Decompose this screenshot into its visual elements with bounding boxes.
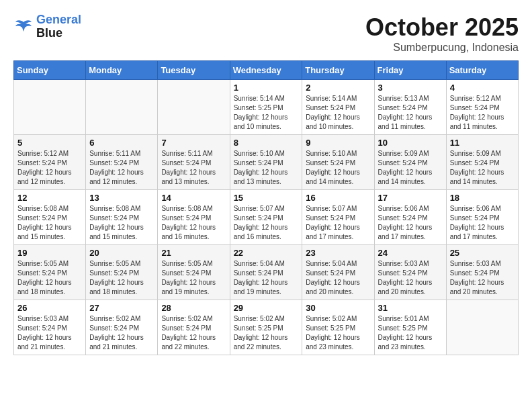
day-info: Sunrise: 5:08 AM Sunset: 5:24 PM Dayligh… [89,204,154,242]
calendar-week-row: 5Sunrise: 5:12 AM Sunset: 5:24 PM Daylig… [14,135,519,190]
day-info: Sunrise: 5:01 AM Sunset: 5:25 PM Dayligh… [378,314,443,352]
calendar-cell: 19Sunrise: 5:05 AM Sunset: 5:24 PM Dayli… [14,245,86,300]
day-info: Sunrise: 5:09 AM Sunset: 5:24 PM Dayligh… [378,149,443,187]
location-subtitle: Sumberpucung, Indonesia [365,42,519,54]
day-info: Sunrise: 5:14 AM Sunset: 5:24 PM Dayligh… [306,94,370,132]
weekday-header: Sunday [14,61,86,80]
calendar-cell: 15Sunrise: 5:07 AM Sunset: 5:24 PM Dayli… [230,190,302,245]
day-info: Sunrise: 5:05 AM Sunset: 5:24 PM Dayligh… [17,259,82,297]
day-number: 13 [89,193,154,203]
month-title: October 2025 [365,13,519,42]
weekday-header: Wednesday [230,61,302,80]
day-info: Sunrise: 5:06 AM Sunset: 5:24 PM Dayligh… [378,204,443,242]
calendar-cell: 1Sunrise: 5:14 AM Sunset: 5:25 PM Daylig… [230,80,302,135]
day-info: Sunrise: 5:05 AM Sunset: 5:24 PM Dayligh… [89,259,154,297]
day-number: 20 [89,248,154,258]
calendar-cell [86,80,158,135]
calendar-cell: 10Sunrise: 5:09 AM Sunset: 5:24 PM Dayli… [374,135,446,190]
day-info: Sunrise: 5:03 AM Sunset: 5:24 PM Dayligh… [17,314,82,352]
calendar-week-row: 19Sunrise: 5:05 AM Sunset: 5:24 PM Dayli… [14,245,519,300]
day-number: 23 [306,248,370,258]
day-info: Sunrise: 5:04 AM Sunset: 5:24 PM Dayligh… [234,259,299,297]
day-number: 28 [161,303,226,313]
day-number: 22 [234,248,299,258]
calendar-cell: 14Sunrise: 5:08 AM Sunset: 5:24 PM Dayli… [158,190,230,245]
calendar-cell: 5Sunrise: 5:12 AM Sunset: 5:24 PM Daylig… [14,135,86,190]
page-header: General Blue October 2025 Sumberpucung, … [13,13,519,54]
calendar-cell [14,80,86,135]
day-number: 27 [89,303,154,313]
day-number: 9 [306,138,370,148]
day-info: Sunrise: 5:02 AM Sunset: 5:25 PM Dayligh… [306,314,370,352]
day-info: Sunrise: 5:02 AM Sunset: 5:25 PM Dayligh… [234,314,299,352]
logo-text: General Blue [36,13,81,40]
calendar-cell: 8Sunrise: 5:10 AM Sunset: 5:24 PM Daylig… [230,135,302,190]
logo-icon [13,17,34,37]
day-info: Sunrise: 5:12 AM Sunset: 5:24 PM Dayligh… [450,94,515,132]
day-number: 16 [306,193,370,203]
day-number: 21 [161,248,226,258]
day-info: Sunrise: 5:10 AM Sunset: 5:24 PM Dayligh… [306,149,370,187]
day-number: 29 [234,303,299,313]
calendar-cell: 22Sunrise: 5:04 AM Sunset: 5:24 PM Dayli… [230,245,302,300]
day-info: Sunrise: 5:07 AM Sunset: 5:24 PM Dayligh… [234,204,299,242]
weekday-header: Saturday [446,61,518,80]
day-number: 11 [450,138,515,148]
day-info: Sunrise: 5:13 AM Sunset: 5:24 PM Dayligh… [378,94,443,132]
title-block: October 2025 Sumberpucung, Indonesia [365,13,519,54]
calendar-cell: 23Sunrise: 5:04 AM Sunset: 5:24 PM Dayli… [302,245,374,300]
calendar-cell: 17Sunrise: 5:06 AM Sunset: 5:24 PM Dayli… [374,190,446,245]
day-number: 19 [17,248,82,258]
calendar-cell: 24Sunrise: 5:03 AM Sunset: 5:24 PM Dayli… [374,245,446,300]
calendar-cell: 27Sunrise: 5:02 AM Sunset: 5:24 PM Dayli… [86,300,158,355]
calendar-cell: 16Sunrise: 5:07 AM Sunset: 5:24 PM Dayli… [302,190,374,245]
day-number: 2 [306,83,370,93]
calendar-cell [158,80,230,135]
calendar-cell: 28Sunrise: 5:02 AM Sunset: 5:24 PM Dayli… [158,300,230,355]
calendar-cell [446,300,518,355]
weekday-header-row: SundayMondayTuesdayWednesdayThursdayFrid… [14,61,519,80]
day-number: 3 [378,83,443,93]
day-number: 10 [378,138,443,148]
day-info: Sunrise: 5:03 AM Sunset: 5:24 PM Dayligh… [450,259,515,297]
weekday-header: Tuesday [158,61,230,80]
day-info: Sunrise: 5:09 AM Sunset: 5:24 PM Dayligh… [450,149,515,187]
day-info: Sunrise: 5:12 AM Sunset: 5:24 PM Dayligh… [17,149,82,187]
day-number: 14 [161,193,226,203]
calendar-cell: 2Sunrise: 5:14 AM Sunset: 5:24 PM Daylig… [302,80,374,135]
day-number: 18 [450,193,515,203]
day-info: Sunrise: 5:03 AM Sunset: 5:24 PM Dayligh… [378,259,443,297]
day-info: Sunrise: 5:08 AM Sunset: 5:24 PM Dayligh… [17,204,82,242]
day-info: Sunrise: 5:11 AM Sunset: 5:24 PM Dayligh… [89,149,154,187]
day-number: 8 [234,138,299,148]
calendar-week-row: 12Sunrise: 5:08 AM Sunset: 5:24 PM Dayli… [14,190,519,245]
calendar-week-row: 1Sunrise: 5:14 AM Sunset: 5:25 PM Daylig… [14,80,519,135]
day-info: Sunrise: 5:06 AM Sunset: 5:24 PM Dayligh… [450,204,515,242]
calendar-cell: 4Sunrise: 5:12 AM Sunset: 5:24 PM Daylig… [446,80,518,135]
calendar-cell: 12Sunrise: 5:08 AM Sunset: 5:24 PM Dayli… [14,190,86,245]
day-number: 17 [378,193,443,203]
day-number: 15 [234,193,299,203]
calendar-cell: 13Sunrise: 5:08 AM Sunset: 5:24 PM Dayli… [86,190,158,245]
calendar-cell: 29Sunrise: 5:02 AM Sunset: 5:25 PM Dayli… [230,300,302,355]
day-info: Sunrise: 5:07 AM Sunset: 5:24 PM Dayligh… [306,204,370,242]
calendar-cell: 6Sunrise: 5:11 AM Sunset: 5:24 PM Daylig… [86,135,158,190]
day-number: 6 [89,138,154,148]
day-info: Sunrise: 5:08 AM Sunset: 5:24 PM Dayligh… [161,204,226,242]
day-number: 31 [378,303,443,313]
calendar-table: SundayMondayTuesdayWednesdayThursdayFrid… [13,60,519,355]
logo: General Blue [13,13,81,40]
calendar-cell: 30Sunrise: 5:02 AM Sunset: 5:25 PM Dayli… [302,300,374,355]
day-info: Sunrise: 5:14 AM Sunset: 5:25 PM Dayligh… [234,94,299,132]
day-info: Sunrise: 5:11 AM Sunset: 5:24 PM Dayligh… [161,149,226,187]
calendar-week-row: 26Sunrise: 5:03 AM Sunset: 5:24 PM Dayli… [14,300,519,355]
calendar-cell: 7Sunrise: 5:11 AM Sunset: 5:24 PM Daylig… [158,135,230,190]
day-info: Sunrise: 5:10 AM Sunset: 5:24 PM Dayligh… [234,149,299,187]
day-number: 7 [161,138,226,148]
day-number: 12 [17,193,82,203]
day-number: 4 [450,83,515,93]
calendar-cell: 26Sunrise: 5:03 AM Sunset: 5:24 PM Dayli… [14,300,86,355]
calendar-cell: 11Sunrise: 5:09 AM Sunset: 5:24 PM Dayli… [446,135,518,190]
calendar-cell: 18Sunrise: 5:06 AM Sunset: 5:24 PM Dayli… [446,190,518,245]
day-info: Sunrise: 5:04 AM Sunset: 5:24 PM Dayligh… [306,259,370,297]
